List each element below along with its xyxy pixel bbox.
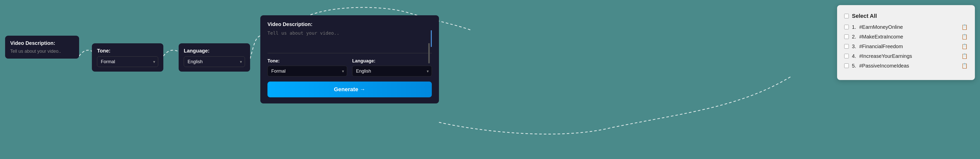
list-item: 4. #IncreaseYourEarnings 📋 xyxy=(844,53,968,59)
item-tag-2: #MakeExtraIncome xyxy=(859,34,958,40)
copy-icon-3[interactable]: 📋 xyxy=(961,43,968,49)
item-number-3: 3. xyxy=(852,44,856,49)
results-list: 1. #EarnMoneyOnline 📋 2. #MakeExtraIncom… xyxy=(844,24,968,69)
copy-icon-2[interactable]: 📋 xyxy=(961,34,968,40)
main-tone-col: Tone: Formal Casual Professional Friendl… xyxy=(267,58,347,76)
main-tone-select[interactable]: Formal Casual Professional Friendly xyxy=(267,66,347,76)
item-checkbox-3[interactable] xyxy=(844,44,849,49)
item-number-5: 5. xyxy=(852,63,856,69)
video-description-card: Video Description: Tell us about your vi… xyxy=(5,36,79,58)
video-desc-label: Video Description: xyxy=(10,40,74,46)
select-all-checkbox[interactable] xyxy=(844,14,849,18)
item-number-2: 2. xyxy=(852,34,856,40)
select-all-label: Select All xyxy=(852,13,877,19)
tone-select-wrapper: Formal Casual Professional Friendly xyxy=(97,56,158,67)
item-tag-3: #FinancialFreedom xyxy=(859,44,958,49)
list-item: 2. #MakeExtraIncome 📋 xyxy=(844,34,968,40)
generate-button[interactable]: Generate → xyxy=(267,82,432,98)
tone-card: Tone: Formal Casual Professional Friendl… xyxy=(92,43,163,72)
item-tag-5: #PassiveIncomeIdeas xyxy=(859,63,958,69)
language-card: Language: English Spanish French German xyxy=(179,43,250,72)
language-select[interactable]: English Spanish French German xyxy=(184,56,245,67)
main-video-desc-input[interactable] xyxy=(267,30,432,47)
main-language-select-wrapper: English Spanish French German xyxy=(352,66,432,76)
item-checkbox-2[interactable] xyxy=(844,35,849,39)
language-select-wrapper: English Spanish French German xyxy=(184,56,245,67)
main-language-label: Language: xyxy=(352,58,432,64)
copy-icon-5[interactable]: 📋 xyxy=(961,63,968,69)
video-desc-placeholder: Tell us about your video.. xyxy=(10,49,61,54)
copy-icon-1[interactable]: 📋 xyxy=(961,24,968,30)
select-all-row: Select All xyxy=(844,13,968,19)
main-tone-label: Tone: xyxy=(267,58,347,64)
tone-language-row: Tone: Formal Casual Professional Friendl… xyxy=(267,58,432,76)
language-label: Language: xyxy=(184,48,245,54)
list-item: 5. #PassiveIncomeIdeas 📋 xyxy=(844,63,968,69)
results-panel: Select All 1. #EarnMoneyOnline 📋 2. #Mak… xyxy=(837,5,975,80)
item-tag-1: #EarnMoneyOnline xyxy=(859,24,958,30)
copy-icon-4[interactable]: 📋 xyxy=(961,53,968,59)
item-checkbox-1[interactable] xyxy=(844,25,849,29)
tone-select[interactable]: Formal Casual Professional Friendly xyxy=(97,56,158,67)
main-language-select[interactable]: English Spanish French German xyxy=(352,66,432,76)
item-checkbox-4[interactable] xyxy=(844,54,849,58)
tone-label: Tone: xyxy=(97,48,158,54)
item-number-1: 1. xyxy=(852,24,856,30)
main-tone-select-wrapper: Formal Casual Professional Friendly xyxy=(267,66,347,76)
main-form-card: Video Description: Tone: Formal Casual P… xyxy=(260,15,439,104)
main-video-desc-label: Video Description: xyxy=(267,21,432,27)
main-language-col: Language: English Spanish French German xyxy=(352,58,432,76)
list-item: 3. #FinancialFreedom 📋 xyxy=(844,43,968,49)
item-tag-4: #IncreaseYourEarnings xyxy=(859,53,958,59)
list-item: 1. #EarnMoneyOnline 📋 xyxy=(844,24,968,30)
item-number-4: 4. xyxy=(852,53,856,59)
scroll-indicator xyxy=(428,43,430,63)
item-checkbox-5[interactable] xyxy=(844,63,849,68)
